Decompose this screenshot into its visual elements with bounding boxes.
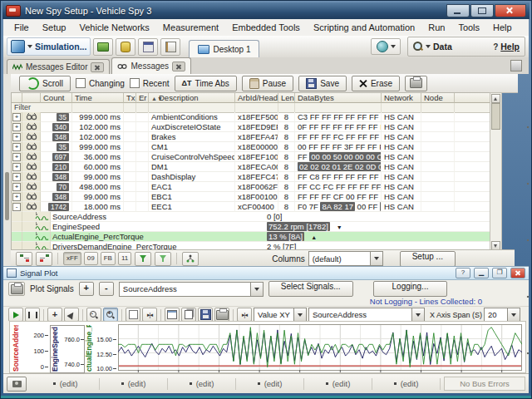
plot-minimize-button[interactable]: ▁ [474, 268, 489, 278]
mode-dropdown-button[interactable]: Simulation... [7, 37, 91, 56]
table-row[interactable]: + 348 99.000 ms DashDisplay x18FEFC47 8 … [12, 172, 490, 182]
expand-icon[interactable]: - [12, 203, 21, 211]
maximize-button[interactable] [470, 4, 494, 17]
table-row[interactable]: + 348 102.000 ms Brakes x18FEFA47 8 FF F… [12, 132, 490, 142]
expand-icon[interactable]: + [12, 123, 21, 131]
col-node[interactable]: Node [421, 93, 455, 103]
time-abs-button[interactable]: ΔT Time Abs [175, 76, 237, 91]
tree-view-button[interactable] [16, 252, 32, 266]
select-signals-button[interactable]: Select Signals... [268, 281, 353, 297]
close-tab-icon[interactable] [91, 62, 104, 72]
help-link[interactable]: Help [500, 42, 520, 52]
expand-cell[interactable]: + [12, 162, 22, 172]
globe-dropdown-button[interactable] [371, 38, 401, 55]
signal-row[interactable]: EngineSpeed 752.2 rpm [1782]▼ [12, 222, 490, 232]
plot-area[interactable]: SourceAddress2001000EngineSpeed760.0740.… [9, 321, 526, 373]
expand-cell[interactable]: + [12, 122, 22, 132]
col-len[interactable]: Len [278, 93, 295, 103]
status-edit-segment[interactable]: (edit) [168, 378, 236, 390]
pause-plot-button[interactable] [25, 308, 40, 322]
expand-icon[interactable]: + [12, 163, 21, 171]
print-button[interactable] [405, 76, 427, 91]
play-button[interactable] [8, 308, 23, 322]
filter-green-button[interactable] [135, 252, 151, 266]
expand-icon[interactable]: + [12, 183, 21, 191]
table-scrollbar[interactable] [490, 92, 502, 252]
menu-item[interactable]: Run [422, 21, 451, 34]
table-row[interactable]: + 348 99.000 ms EBC1 x18F00100 8 FF FF F… [12, 192, 490, 202]
menu-item[interactable]: Setup [37, 21, 72, 34]
logging-button[interactable]: Logging... [373, 281, 448, 297]
format-button[interactable]: xFF [63, 252, 81, 265]
signal-row[interactable]: SourceAddress 0 [0] [12, 212, 490, 222]
save-button[interactable]: Save [298, 76, 347, 91]
menu-item[interactable]: Scripting and Automation [308, 21, 421, 34]
minimize-button[interactable] [446, 4, 470, 17]
table-row[interactable]: + 340 102.000 ms AuxDiscreteIOState x18F… [12, 122, 490, 132]
expand-cell[interactable]: + [12, 112, 22, 122]
plot-series-dropdown[interactable]: SourceAddress [308, 308, 425, 323]
status-edit-segment[interactable]: (edit) [236, 378, 304, 390]
node-view-button[interactable] [182, 252, 199, 266]
format-button[interactable]: FB [101, 252, 116, 265]
col-description[interactable]: ▲▼Description [149, 93, 235, 103]
expand-icon[interactable]: + [12, 173, 21, 181]
value-mode-dropdown[interactable]: Value XY [254, 308, 307, 323]
save-plot-button[interactable] [198, 308, 213, 322]
expand-cell[interactable]: + [12, 142, 22, 152]
expand-cell[interactable]: - [12, 202, 22, 212]
data-search-panel[interactable]: Data ? Help [407, 37, 525, 57]
clear-button[interactable] [126, 308, 140, 322]
table-row[interactable]: + 35 999.000 ms CM1 x18E00000 8 00 FF FF… [12, 142, 490, 152]
table-row[interactable]: + 70 498.000 ms EAC1 x18F0062F 8 FF CC F… [12, 182, 490, 192]
expand-cell[interactable]: + [12, 182, 22, 192]
recent-checkbox[interactable]: Recent [130, 78, 170, 88]
menu-item[interactable]: Vehicle Networks [73, 21, 155, 34]
expand-icon[interactable]: + [12, 153, 21, 161]
expand-icon[interactable]: + [12, 113, 21, 121]
desktop-tab[interactable]: Desktop 1 [189, 40, 259, 57]
span-fit-button[interactable]: ▸|◂ [237, 308, 252, 322]
expand-icon[interactable]: + [12, 193, 21, 201]
scroll-button[interactable]: Scroll [19, 76, 71, 91]
erase-button[interactable]: Erase [352, 76, 400, 91]
scroll-up-icon[interactable] [491, 94, 500, 103]
table-row[interactable]: + 35 999.000 ms AmbientConditions x18FEF… [12, 112, 490, 122]
add-signal-button[interactable]: + [79, 282, 94, 296]
status-edit-segment[interactable]: (edit) [32, 378, 100, 390]
remove-signal-button[interactable]: - [99, 282, 114, 296]
plot-restore-button[interactable]: ❐ [492, 268, 507, 278]
scroll-thumb[interactable] [491, 103, 500, 130]
ecus-button[interactable] [93, 38, 113, 56]
plot-close-button[interactable] [510, 268, 525, 278]
copy-button[interactable] [181, 308, 196, 322]
menu-item[interactable]: Measurement [157, 21, 224, 34]
table-row[interactable]: + 697 36.000 ms CruiseControlVehSpeed x1… [12, 152, 490, 162]
panel-button[interactable] [160, 38, 180, 56]
rail-scroll-thumb[interactable] [5, 172, 9, 220]
expand-icon[interactable]: + [12, 133, 21, 141]
calculator-button[interactable] [138, 38, 158, 56]
status-edit-segment[interactable]: (edit) [100, 378, 168, 390]
col-er[interactable]: Er [136, 93, 149, 103]
tab-messages-editor[interactable]: Messages Editor [7, 59, 110, 74]
col-time[interactable]: Time [72, 93, 124, 103]
table-row[interactable]: + 210 60.000 ms DM1 x18FECA00 8 02 02 02… [12, 162, 490, 172]
zoom-in-button[interactable]: + [103, 308, 118, 322]
format-button[interactable]: 11 [118, 252, 131, 265]
fit-x-button[interactable]: ▸|◂ [142, 308, 157, 322]
col-databytes[interactable]: DataBytes [295, 93, 382, 103]
expand-cell[interactable]: + [12, 132, 22, 142]
database-button[interactable] [116, 38, 135, 56]
snapshot-button[interactable] [7, 377, 27, 392]
expand-cell[interactable]: + [12, 172, 22, 182]
expand-icon[interactable]: + [12, 143, 21, 151]
flat-view-button[interactable] [36, 252, 52, 266]
menu-item[interactable]: Embedded Tools [226, 21, 306, 34]
tab-messages[interactable]: Messages [111, 57, 191, 74]
menu-item[interactable]: File [8, 21, 35, 34]
col-count[interactable]: Count [41, 93, 72, 103]
filter-row[interactable]: Filter [12, 103, 490, 112]
pin-icon[interactable] [510, 60, 522, 71]
plot-signal-dropdown[interactable]: SourceAddress [119, 282, 264, 297]
